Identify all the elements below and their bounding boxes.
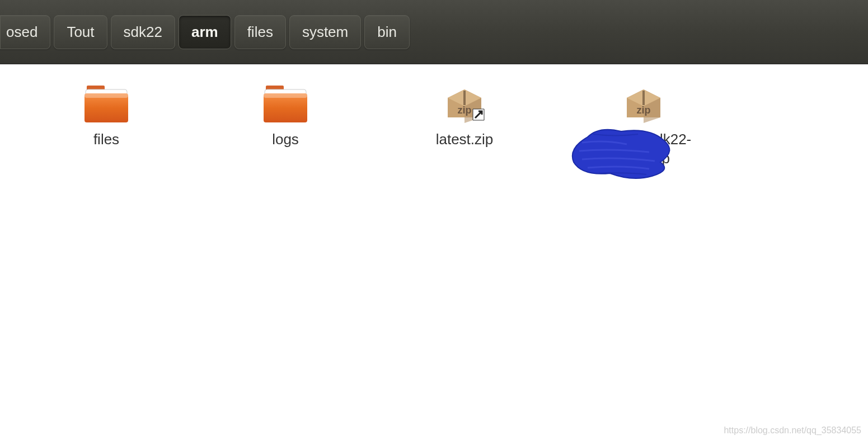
folder-icon: [81, 81, 132, 126]
breadcrumb-arm[interactable]: arm: [179, 15, 231, 49]
breadcrumb-bin[interactable]: bin: [364, 15, 410, 49]
breadcrumb-osed[interactable]: osed: [0, 15, 50, 49]
file-label: files: [93, 130, 119, 149]
folder-icon: [260, 81, 311, 126]
svg-rect-3: [85, 93, 128, 98]
svg-rect-10: [642, 91, 645, 105]
file-label: latest.zip: [436, 130, 494, 149]
file-label: logs: [272, 130, 299, 149]
zip-icon: zip: [618, 81, 669, 126]
folder-files[interactable]: files: [34, 81, 179, 168]
file-xposed-zip[interactable]: zip xposed-sdk22-arm-.zip: [571, 81, 716, 168]
file-latest-zip[interactable]: zip latest.zip: [392, 81, 537, 168]
file-view: files logs: [0, 64, 868, 185]
svg-rect-8: [463, 91, 466, 105]
watermark: https://blog.csdn.net/qq_35834055: [724, 425, 861, 436]
breadcrumb-system[interactable]: system: [289, 15, 361, 49]
svg-rect-7: [264, 93, 307, 98]
breadcrumb-sdk22[interactable]: sdk22: [111, 15, 175, 49]
zip-link-icon: zip: [439, 81, 490, 126]
breadcrumb-files[interactable]: files: [234, 15, 286, 49]
file-label: xposed-sdk22-arm-.zip: [571, 130, 716, 168]
svg-text:zip: zip: [637, 105, 651, 116]
breadcrumb-bar: osed Tout sdk22 arm files system bin: [0, 0, 868, 64]
svg-text:zip: zip: [458, 105, 472, 116]
breadcrumb-tout[interactable]: Tout: [54, 15, 107, 49]
folder-logs[interactable]: logs: [213, 81, 358, 168]
